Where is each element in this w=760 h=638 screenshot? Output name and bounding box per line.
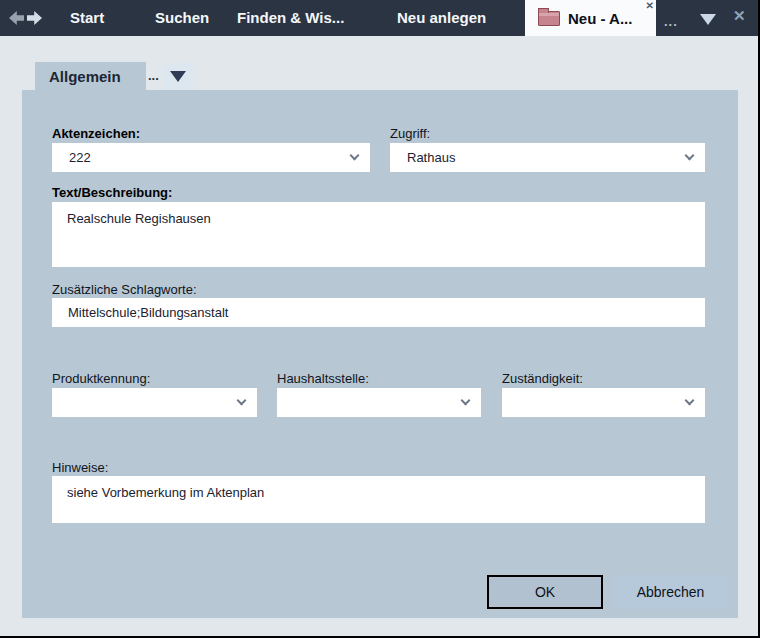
nav-arrows [9,11,42,25]
form-panel: Aktenzeichen: 222 Zugriff: Rathaus Text/… [22,90,738,618]
tab-neu-anlegen[interactable]: Neu anlegen [397,0,486,36]
haushaltsstelle-combobox[interactable] [277,388,481,417]
tab-overflow-dots[interactable]: ... [664,14,678,29]
hinweise-label: Hinweise: [52,460,108,475]
folder-icon [538,11,560,26]
zugriff-combobox[interactable]: Rathaus [390,143,705,172]
zustaendigkeit-label: Zuständigkeit: [502,371,583,386]
back-arrow-icon[interactable] [9,11,24,25]
tab-suchen[interactable]: Suchen [155,0,209,36]
tab-neu-akte-active[interactable]: Neu - A... ✕ [525,0,656,36]
beschreibung-label: Text/Beschreibung: [52,185,172,200]
ok-button[interactable]: OK [487,575,603,609]
chevron-down-icon[interactable] [237,396,247,406]
application-window: Start Suchen Finden & Wis... Neu anlegen… [0,0,760,638]
schlagworte-input[interactable] [52,298,705,327]
zugriff-label: Zugriff: [390,126,430,141]
tab-start[interactable]: Start [70,0,104,36]
chevron-down-icon[interactable] [685,396,695,406]
ribbon-tab-bar: Start Suchen Finden & Wis... Neu anlegen… [0,0,758,36]
hinweise-textarea[interactable]: siehe Vorbemerkung im Aktenplan [52,476,705,523]
tab-strip-dropdown-button[interactable] [163,63,193,90]
cancel-button[interactable]: Abbrechen [613,575,728,609]
produktkennung-label: Produktkennung: [52,371,150,386]
schlagworte-label: Zusätzliche Schlagworte: [52,282,197,297]
haushaltsstelle-label: Haushaltsstelle: [277,371,369,386]
aktenzeichen-combobox[interactable]: 222 [52,143,370,172]
active-tab-label: Neu - A... [568,10,632,27]
tab-finden[interactable]: Finden & Wis... [237,0,344,36]
aktenzeichen-label: Aktenzeichen: [52,126,140,141]
forward-arrow-icon[interactable] [27,11,42,25]
beschreibung-textarea[interactable]: Realschule Regishausen [52,202,705,267]
zustaendigkeit-combobox[interactable] [502,388,705,417]
tab-close-icon[interactable]: ✕ [646,0,654,11]
tab-list-dropdown-icon[interactable] [700,14,716,25]
tab-allgemein[interactable]: Allgemein [35,62,146,90]
close-window-icon[interactable]: ✕ [733,7,746,25]
chevron-down-icon [170,71,186,82]
tab-strip-overflow-dots[interactable]: ... [148,68,159,83]
zugriff-value: Rathaus [390,143,705,172]
aktenzeichen-value: 222 [52,143,370,172]
produktkennung-combobox[interactable] [52,388,257,417]
chevron-down-icon[interactable] [461,396,471,406]
